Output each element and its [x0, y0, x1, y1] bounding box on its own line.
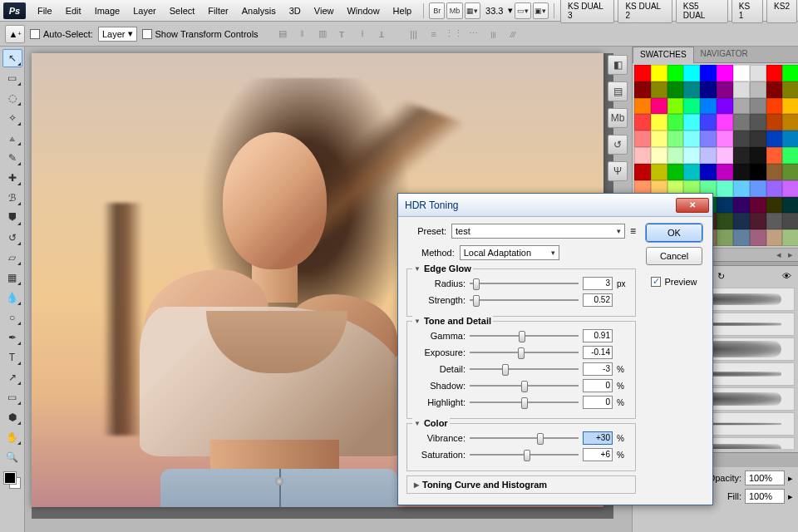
swatch[interactable] — [717, 180, 733, 197]
swatch[interactable] — [766, 180, 783, 197]
swatch[interactable] — [733, 213, 750, 229]
swatch[interactable] — [700, 81, 717, 98]
swatch[interactable] — [683, 147, 700, 164]
history-brush-tool[interactable]: ↺ — [2, 229, 22, 247]
swatch[interactable] — [717, 147, 733, 164]
adjustments-panel-icon[interactable]: ▤ — [608, 81, 628, 101]
swatch[interactable] — [683, 164, 700, 180]
swatch[interactable] — [651, 114, 667, 131]
dodge-tool[interactable]: ○ — [2, 308, 22, 327]
tab-swatches[interactable]: Swatches — [633, 47, 694, 63]
align-center-v-icon[interactable]: ⫲ — [355, 27, 370, 42]
swatch[interactable] — [700, 147, 717, 164]
detail-input[interactable]: -3 — [583, 362, 613, 376]
swatch[interactable] — [651, 131, 667, 147]
swatch[interactable] — [750, 98, 766, 115]
swatch[interactable] — [733, 180, 750, 197]
distribute-icon[interactable]: ⋮⋮ — [446, 27, 461, 42]
swatch[interactable] — [634, 65, 651, 81]
bridge-icon[interactable]: Br — [429, 2, 445, 19]
shadow-slider[interactable] — [470, 379, 579, 392]
align-top-icon[interactable]: ⫪ — [335, 27, 350, 42]
wand-tool[interactable]: ✧ — [2, 109, 22, 127]
swatch[interactable] — [717, 98, 733, 115]
swatch[interactable] — [717, 213, 733, 229]
refresh-icon[interactable]: ↻ — [717, 271, 725, 284]
distribute-icon[interactable]: ⋯ — [466, 27, 481, 42]
swatch[interactable] — [700, 131, 717, 147]
preset-combo[interactable]: test — [451, 224, 625, 239]
swatch[interactable] — [750, 114, 766, 131]
menu-window[interactable]: Window — [340, 2, 386, 19]
menu-edit[interactable]: Edit — [59, 2, 88, 19]
swatch[interactable] — [651, 65, 667, 81]
blur-tool[interactable]: 💧 — [2, 288, 22, 307]
swatch[interactable] — [782, 114, 798, 131]
swatch[interactable] — [683, 65, 700, 81]
eraser-tool[interactable]: ▱ — [2, 249, 22, 267]
marquee-tool[interactable]: ▭ — [2, 69, 22, 87]
swatch[interactable] — [750, 131, 766, 147]
close-icon[interactable]: ✕ — [676, 198, 709, 213]
swatch[interactable] — [782, 180, 798, 197]
menu-analysis[interactable]: Analysis — [235, 2, 283, 19]
align-right-icon[interactable]: ▥ — [315, 27, 330, 42]
swatch[interactable] — [750, 81, 766, 98]
swatch[interactable] — [750, 147, 766, 164]
3d-tool[interactable]: ⬢ — [2, 408, 22, 426]
swatch[interactable] — [700, 65, 717, 81]
swatch[interactable] — [750, 180, 766, 197]
move-tool[interactable]: ↖ — [2, 49, 22, 67]
ks-preset-button[interactable]: KS DUAL 3 — [560, 0, 614, 23]
auto-select-checkbox[interactable]: Auto-Select: — [30, 29, 93, 39]
swatch[interactable] — [683, 114, 700, 131]
swatch[interactable] — [782, 81, 798, 98]
ks-preset-button[interactable]: KS DUAL 2 — [618, 0, 672, 23]
swatch[interactable] — [651, 164, 667, 180]
distribute-v-icon[interactable]: ≡ — [426, 27, 441, 42]
swatch[interactable] — [667, 131, 684, 147]
highlight-input[interactable]: 0 — [583, 396, 613, 409]
swatch[interactable] — [766, 114, 783, 131]
color-panel-icon[interactable]: ◧ — [608, 55, 628, 75]
swatch[interactable] — [733, 229, 750, 246]
swatch[interactable] — [717, 229, 733, 246]
swatch[interactable] — [766, 65, 783, 81]
highlight-slider[interactable] — [470, 396, 579, 409]
method-combo[interactable]: Local Adaptation — [460, 245, 559, 260]
exposure-slider[interactable] — [470, 346, 579, 359]
radius-slider[interactable] — [470, 277, 579, 290]
swatch[interactable] — [733, 131, 750, 147]
swatch[interactable] — [634, 164, 651, 180]
hand-tool[interactable]: ✋ — [2, 428, 22, 446]
menu-3d[interactable]: 3D — [283, 2, 308, 19]
distribute-h-icon[interactable]: ||| — [406, 27, 421, 42]
swatch[interactable] — [667, 164, 684, 180]
history-panel-icon[interactable]: ↺ — [608, 135, 628, 155]
saturation-slider[interactable] — [470, 448, 579, 461]
swatch[interactable] — [700, 114, 717, 131]
swatch[interactable] — [766, 147, 783, 164]
ks-preset-button[interactable]: KS2 — [766, 0, 797, 23]
swatch[interactable] — [766, 131, 783, 147]
swatch[interactable] — [700, 98, 717, 115]
swatch[interactable] — [733, 114, 750, 131]
heal-tool[interactable]: ✚ — [2, 169, 22, 187]
fill-input[interactable]: 100% — [745, 489, 785, 504]
lasso-tool[interactable]: ◌ — [2, 89, 22, 107]
vibrance-slider[interactable] — [470, 431, 579, 445]
gradient-tool[interactable]: ▦ — [2, 268, 22, 287]
arrange-icon[interactable]: ▭▾ — [515, 2, 530, 19]
opacity-input[interactable]: 100% — [745, 470, 785, 485]
tab-navigator[interactable]: Navigator — [694, 47, 755, 62]
show-transform-checkbox[interactable]: Show Transform Controls — [142, 29, 259, 39]
swatch[interactable] — [634, 147, 651, 164]
menu-layer[interactable]: Layer — [126, 2, 163, 19]
swatch[interactable] — [733, 147, 750, 164]
zoom-tool[interactable]: 🔍 — [2, 448, 22, 466]
shadow-input[interactable]: 0 — [583, 379, 613, 392]
swatch[interactable] — [683, 131, 700, 147]
disclosure-icon[interactable]: ▶ — [414, 481, 419, 489]
dialog-titlebar[interactable]: HDR Toning ✕ — [398, 194, 712, 217]
saturation-input[interactable]: +6 — [583, 448, 613, 461]
